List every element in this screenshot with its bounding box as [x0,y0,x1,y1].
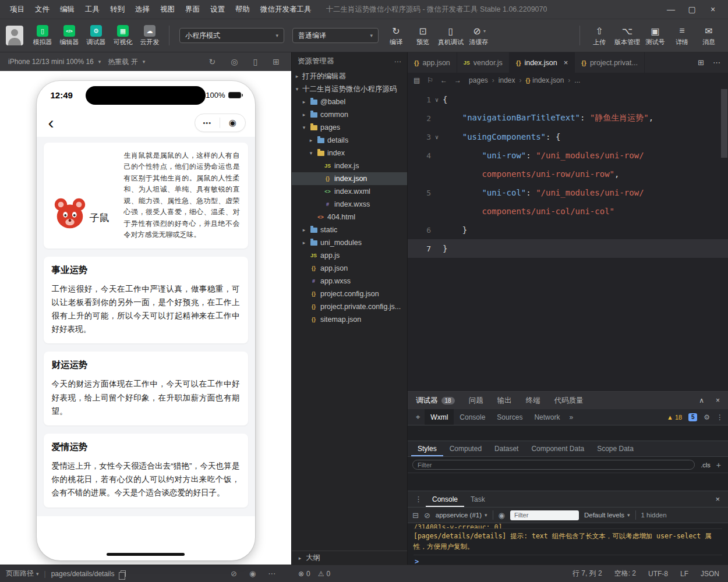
mute-icon[interactable]: ⊘ [231,569,237,578]
debugger-tab-调试器[interactable]: 调试器18 [416,396,455,406]
cloud-dev-button[interactable]: ☁云开发 [136,24,163,47]
context-select[interactable]: appservice (#1) ▾ [436,512,487,519]
remote-debug-button[interactable]: ▯真机调试 [436,24,465,47]
wxml-element-tree[interactable] [408,425,728,441]
tree-item-common[interactable]: ▸common [292,108,407,121]
close-panel-icon[interactable]: × [716,396,720,404]
more-tabs-icon[interactable]: » [566,413,577,421]
minimize-button[interactable]: — [660,5,681,14]
tree-item-index.json[interactable]: {}index.json [292,172,407,185]
menu-item-1[interactable]: 文件 [30,5,55,15]
menu-item-3[interactable]: 工具 [80,5,105,15]
bookmark-icon[interactable]: ⚐ [427,76,433,84]
clear-cache-button[interactable]: ⊘▾清缓存 [465,24,492,47]
more-menu-button[interactable]: ••• [195,119,220,126]
upload-button[interactable]: ⇧上传 [586,24,613,47]
home-capsule-button[interactable]: ◉ [220,118,245,128]
collapse-panel-icon[interactable]: ∧ [699,396,704,404]
tree-item-index.js[interactable]: JSindex.js [292,159,407,172]
menu-item-9[interactable]: 帮助 [230,5,255,15]
hot-reload-select[interactable]: 热重载 开 ▾ [104,57,149,67]
more-actions-icon[interactable]: ⋯ [394,57,402,66]
kebab-menu-icon[interactable]: ⋮ [716,413,723,421]
message-button[interactable]: ✉消息 [695,24,722,47]
device-select[interactable]: iPhone 12/13 mini 100% 16 ▾ [5,58,104,66]
breadcrumb-item-pages[interactable]: pages [469,76,488,84]
cls-toggle[interactable]: .cls [701,462,711,469]
close-tab-icon[interactable]: × [564,58,568,67]
style-filter-input[interactable]: Filter [412,460,695,470]
breadcrumb-item-...[interactable]: ... [574,76,580,84]
statusbar-item-3[interactable]: LF [680,569,688,579]
copy-icon[interactable] [121,570,126,577]
tree-item-index.wxml[interactable]: <>index.wxml [292,185,407,198]
fold-icon[interactable]: ∨ [431,134,443,140]
simulator-button[interactable]: ▯模拟器 [29,24,56,47]
compile-mode-select[interactable]: 普通编译 ▾ [292,28,379,43]
editor-tab-vendor.js[interactable]: JSvendor.js [457,52,510,73]
tree-item-打开的编辑器[interactable]: ▸打开的编辑器 [292,70,407,83]
inspect-icon[interactable]: ⌖ [412,413,423,422]
statusbar-item-4[interactable]: JSON [701,569,719,579]
console-tab-Task[interactable]: Task [464,491,492,507]
style-tab-Computed[interactable]: Computed [443,441,488,456]
avatar[interactable] [6,26,23,45]
debugger-button[interactable]: ⚙调试器 [83,24,109,47]
tree-item-app.js[interactable]: JSapp.js [292,249,407,262]
tree-item-index.wxss[interactable]: #index.wxss [292,198,407,211]
tree-item-index[interactable]: ▾index [292,147,407,159]
details-button[interactable]: ≡详情 [669,24,695,47]
maximize-button[interactable]: ▢ [681,5,702,14]
tree-item-sitemap.json[interactable]: {}sitemap.json [292,313,407,326]
outline-list-icon[interactable]: ▤ [414,76,420,84]
navigate-back-icon[interactable]: ← [440,76,447,84]
menu-item-7[interactable]: 界面 [180,5,205,15]
version-control-button[interactable]: ⌥版本管理 [613,24,642,47]
eye-icon[interactable]: ◉ [249,569,256,578]
debugger-tab-代码质量[interactable]: 代码质量 [554,396,584,406]
editor-button[interactable]: </>编辑器 [56,24,83,47]
tree-item-404.html[interactable]: <>404.html [292,211,407,223]
close-drawer-icon[interactable]: × [711,495,725,503]
console-filter-input[interactable]: Filter [510,510,579,520]
tree-item-static[interactable]: ▸static [292,223,407,236]
devtools-tab-Network[interactable]: Network [528,409,566,425]
mode-select[interactable]: 小程序模式 ▾ [179,28,284,43]
statusbar-item-0[interactable]: 行 7, 列 2 [572,569,602,579]
tree-item-app.wxss[interactable]: #app.wxss [292,275,407,288]
preview-button[interactable]: ⊡预览 [409,24,436,47]
style-tab-Dataset[interactable]: Dataset [488,441,525,456]
editor-tab-project.privat...[interactable]: {}project.privat... [575,52,645,73]
menu-item-10[interactable]: 微信开发者工具 [255,5,317,15]
issues-indicator[interactable]: 5 [688,413,697,421]
gear-icon[interactable]: ⚙ [704,413,710,421]
kebab-menu-icon[interactable]: ⋮ [411,495,426,503]
more-icon[interactable]: ⋯ [268,569,275,578]
navigate-forward-icon[interactable]: → [454,76,461,84]
screenshot-icon[interactable]: ⊞ [273,57,280,66]
eye-icon[interactable]: ◉ [499,511,505,520]
split-editor-icon[interactable]: ⊞ [698,58,704,67]
statusbar-item-1[interactable]: 空格: 2 [614,569,636,579]
editor-tab-index.json[interactable]: {}index.json× [510,52,575,73]
home-indicator[interactable] [107,553,185,556]
debugger-tab-终端[interactable]: 终端 [526,396,540,406]
devtools-tab-Wxml[interactable]: Wxml [425,409,454,425]
devtools-tab-Sources[interactable]: Sources [491,409,528,425]
console-sidebar-icon[interactable]: ⊟ [412,511,419,520]
tree-item-@babel[interactable]: ▸@babel [292,95,407,108]
debugger-tab-输出[interactable]: 输出 [497,396,512,406]
page-path-select[interactable]: 页面路径 ▾ [6,569,39,579]
warnings-indicator[interactable]: ▲ 18 [667,414,682,421]
tree-item-app.json[interactable]: {}app.json [292,262,407,275]
more-actions-icon[interactable]: ⋯ [713,58,720,67]
clear-console-icon[interactable]: ⊘ [424,511,430,520]
close-button[interactable]: × [702,5,723,14]
tree-item-project.private.config.js...[interactable]: {}project.private.config.js... [292,300,407,313]
menu-item-2[interactable]: 编辑 [55,5,80,15]
tree-item-uni_modules[interactable]: ▸uni_modules [292,236,407,249]
console-prompt[interactable]: > [414,555,722,565]
devtools-tab-Console[interactable]: Console [454,409,491,425]
tree-item-details[interactable]: ▸details [292,134,407,147]
menu-item-6[interactable]: 视图 [155,5,180,15]
